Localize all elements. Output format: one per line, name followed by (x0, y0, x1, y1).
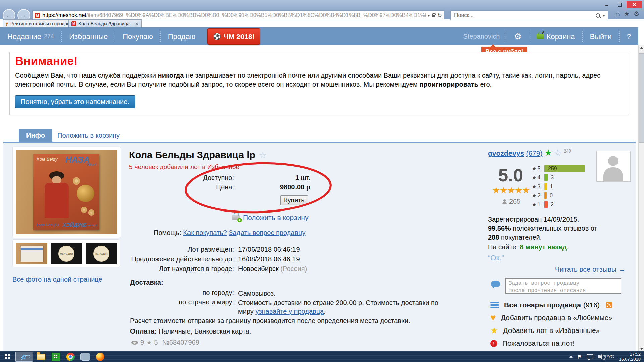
seller-registered-text: Зарегистрирован 14/09/2015. 99.56% полож… (488, 215, 600, 242)
language-indicator[interactable]: РУС (605, 354, 614, 359)
favorite-star-icon[interactable]: ☆ (259, 150, 267, 160)
album-cover: Kola Beldy НАЗА (Glory) Кола Бельды ХЭЙД… (33, 154, 99, 230)
tab-title: Кола Бельды Здравица lp (78, 21, 131, 26)
rating-bar-row-4: ★4 3 (532, 173, 585, 182)
search-input[interactable] (453, 12, 596, 19)
nav-recent[interactable]: Недавние274 (0, 31, 62, 42)
scrollbar-thumb[interactable] (639, 53, 644, 143)
delivery-country-row: по стране и миру: Стоимость доставки по … (130, 298, 455, 316)
delivery-title: Доставка: (130, 279, 163, 286)
network-icon[interactable] (587, 354, 593, 359)
taskbar-firefox[interactable] (93, 351, 107, 362)
cover-artist-cyr: Кола Бельды (37, 223, 59, 227)
add-lot-favorites-link[interactable]: ★ Добавить лот в «Избранные» (490, 326, 600, 335)
person-icon (502, 199, 507, 204)
warning-title: Внимание! (15, 54, 78, 68)
rating-bar-row-1: ★1 2 (532, 200, 585, 209)
rss-icon[interactable] (606, 302, 612, 308)
ask-question-box[interactable]: Задать вопрос продавцу после прочтения о… (505, 278, 621, 294)
nav-cart[interactable]: Корзина (529, 31, 583, 42)
search-icon[interactable] (596, 13, 600, 18)
taskbar-explorer[interactable] (34, 351, 48, 362)
settings-icon[interactable]: ⚙ (634, 10, 639, 18)
tab-info[interactable]: Инфо (19, 129, 52, 142)
thumbnail-vinyl-1[interactable]: МЕЛОДИЯ (51, 243, 82, 264)
browser-tab-ratings[interactable]: ƒ Рейтинг и отзывы о продавца... (3, 19, 73, 28)
favorites-note: 5 человек добавили лот в Избранное (129, 163, 239, 171)
thumbnail-back-cover[interactable] (16, 243, 47, 264)
home-icon[interactable]: ⌂ (615, 10, 620, 18)
browser-scrollbar[interactable] (638, 45, 644, 351)
tab-add-to-cart[interactable]: Положить в корзину (57, 132, 120, 139)
all-seller-items-link[interactable]: Все товары продавца (916) (490, 301, 612, 309)
favorites-icon[interactable]: ★ (624, 10, 630, 18)
browser-tab-item[interactable]: M Кола Бельды Здравица lp ✕ (68, 19, 142, 28)
close-button[interactable]: ✕ (627, 1, 642, 8)
username-link[interactable]: Stepanovich (457, 33, 506, 40)
settings-gear[interactable]: ⚙ (506, 31, 529, 42)
taskbar-chrome[interactable] (63, 351, 78, 362)
all-photos-link[interactable]: Все фото на одной странице (12, 276, 102, 283)
soccer-ball-icon: ⚽ (213, 33, 221, 40)
taskbar-ie-active[interactable]: e (15, 352, 33, 362)
cover-bread-ring (73, 177, 80, 185)
buy-button[interactable]: Купить (280, 195, 308, 205)
taskbar-app[interactable] (78, 351, 93, 362)
action-center-flag-icon[interactable]: ⚑ (577, 354, 582, 360)
main-photo[interactable]: Kola Beldy НАЗА (Glory) Кола Бельды ХЭЙД… (16, 150, 117, 234)
help-line: Помощь: Как покупать? Задать вопрос прод… (154, 229, 306, 237)
views-icon (131, 341, 138, 345)
stats-star-icon: ★ (146, 339, 152, 346)
volume-icon[interactable] (598, 355, 600, 358)
add-seller-favorites-link[interactable]: ♥ Добавить продавца в «Любимые» (490, 314, 612, 322)
chrome-icon (66, 353, 75, 361)
add-to-cart-link[interactable]: Положить в корзину (243, 214, 308, 222)
search-dropdown-icon[interactable]: ▾ (603, 13, 605, 18)
search-box[interactable]: ▾ (450, 10, 608, 20)
ask-seller-link[interactable]: Задать вопрос продавцу (229, 229, 305, 236)
restore-button[interactable] (614, 1, 625, 8)
speech-bubble-icon (491, 281, 500, 287)
seller-badge-count: 240 (564, 148, 571, 154)
add-to-cart-row: Положить в корзину (232, 214, 308, 222)
nav-logout[interactable]: Выйти (583, 31, 620, 42)
report-icon: ! (490, 340, 497, 347)
header-right: Stepanovich ⚙ Корзина Выйти ? (457, 31, 638, 42)
rating-bar-row-2: ★2 0 (532, 191, 585, 200)
minimize-button[interactable]: – (601, 1, 612, 8)
report-lot-link[interactable]: ! Пожаловаться на лот! (490, 339, 575, 347)
read-all-reviews-link: Читать все отзывы → (488, 265, 626, 274)
nav-selling[interactable]: Продаю (161, 31, 203, 42)
scroll-up-arrow[interactable] (640, 47, 643, 49)
nav-buying[interactable]: Покупаю (115, 31, 161, 42)
nav-help[interactable]: ? (620, 31, 638, 42)
refresh-icon[interactable]: ↻ (437, 12, 442, 19)
seller-rating-score: 5.0 (490, 165, 532, 185)
scroll-down-arrow[interactable] (640, 348, 643, 350)
taskbar-store[interactable] (48, 351, 63, 362)
seller-outline-star-icon: ☆ (554, 149, 561, 156)
dismiss-warning-button[interactable]: Понятно, убрать это напоминание. (15, 95, 135, 108)
seller-line: gvozdevys (679) ★ ☆ 240 (488, 149, 571, 157)
seller-name-link[interactable]: gvozdevys (488, 149, 524, 157)
add-to-cart-icon[interactable] (232, 215, 240, 220)
tab-title: Рейтинг и отзывы о продавца... (10, 21, 70, 26)
ask-shipping-link[interactable]: узнавайте у продавца (255, 308, 324, 315)
tab-close-icon[interactable]: ✕ (135, 21, 139, 26)
seller-count-link[interactable]: (679) (526, 149, 542, 157)
views-count: 9 (140, 339, 144, 346)
nav-favorites[interactable]: Избранные (62, 31, 115, 42)
url-dropdown-icon[interactable]: ▾ (428, 13, 430, 18)
clock[interactable]: 17:52 16.07.2018 (619, 352, 641, 362)
thumbnail-vinyl-2[interactable]: МЕЛОДИЯ (86, 243, 117, 264)
start-button[interactable] (0, 351, 15, 362)
windows-logo-icon (5, 354, 10, 359)
seller-last-review-quote: “Ок.” (488, 254, 504, 262)
worldcup-button[interactable]: ⚽ ЧМ 2018! (207, 28, 260, 45)
url-bar[interactable]: M https://meshok.net/item/68407969_%D0%9… (32, 10, 444, 20)
seller-avatar[interactable] (596, 151, 631, 182)
cover-bread-ring (81, 207, 87, 213)
how-to-buy-link[interactable]: Как покупать? (183, 229, 227, 236)
tray-expand-icon[interactable] (569, 356, 573, 358)
seller-reviewers: 265 (502, 198, 520, 205)
